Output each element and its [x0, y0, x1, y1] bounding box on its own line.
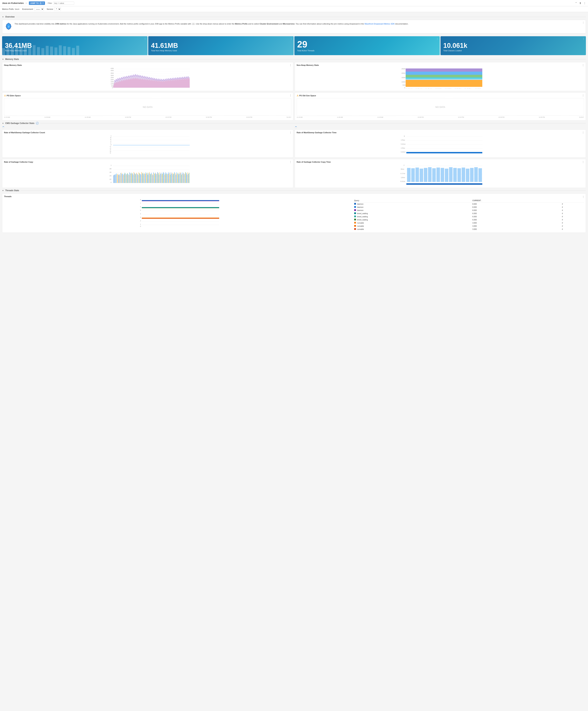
thread-color-dot — [354, 212, 356, 214]
environment-select[interactable]: —— — [34, 7, 44, 11]
svg-rect-231 — [189, 173, 189, 183]
current-header[interactable]: CURRENT ↓ — [471, 199, 561, 202]
svg-rect-259 — [445, 169, 448, 182]
ps-eden-chart: ⚠ PS Eden Space ⋮ NO DATA 11:15 AM 11:30… — [2, 92, 293, 121]
svg-rect-216 — [179, 174, 179, 183]
thread-query-name: runnable — [357, 225, 364, 227]
svg-rect-125 — [115, 175, 115, 183]
heap-chart-more[interactable]: ⋮ — [289, 64, 292, 67]
threads-chart-more[interactable]: ⋮ — [582, 195, 585, 198]
svg-text:.08: .08 — [109, 168, 111, 170]
svg-rect-193 — [162, 173, 163, 183]
jump-to-label: JUMP TO — [30, 2, 39, 4]
svg-rect-135 — [122, 174, 122, 183]
svg-rect-59 — [406, 80, 482, 87]
svg-text:126ns: 126ns — [401, 177, 405, 178]
table-row: daemon 8.000 # — [353, 202, 584, 206]
svg-text:80us: 80us — [401, 168, 404, 170]
share-icon[interactable]: ⬆ — [579, 2, 581, 4]
gc-label: CMS Garbage Collector Stats — [5, 122, 35, 125]
svg-rect-186 — [158, 172, 158, 183]
svg-rect-160 — [139, 173, 140, 183]
classes-more-icon[interactable]: ⋮ — [582, 38, 585, 40]
svg-rect-184 — [156, 174, 156, 183]
svg-rect-229 — [188, 172, 188, 183]
svg-rect-267 — [478, 168, 482, 182]
more-options-icon[interactable]: ⋮ — [584, 2, 586, 4]
stats-row: ⋮ 36.41MB Total Heap Memory Used — [2, 36, 586, 55]
star-icon[interactable]: ☆ — [25, 2, 27, 4]
heap-memory-chart: Heap Memory Stats ⋮ 43M 40M 35M 30M 25M … — [2, 62, 293, 91]
svg-rect-5 — [11, 47, 14, 55]
svg-rect-123 — [113, 175, 114, 183]
memory-chevron[interactable]: ▼ — [2, 58, 4, 60]
non-heap-chart-more[interactable]: ⋮ — [582, 64, 584, 67]
svg-text:6: 6 — [140, 206, 141, 208]
overview-section-header: ▼ Overview — [2, 16, 586, 18]
svg-rect-17 — [63, 46, 66, 55]
svg-rect-260 — [449, 167, 453, 182]
svg-rect-176 — [151, 174, 151, 183]
svg-text:.1: .1 — [110, 165, 112, 166]
svg-text:12:45 PM: 12:45 PM — [465, 88, 471, 89]
svg-text:-.6: -.6 — [109, 149, 111, 151]
svg-rect-18 — [68, 47, 70, 55]
svg-text:11:45 AM: 11:45 AM — [425, 88, 432, 89]
svg-rect-213 — [176, 172, 177, 183]
info-more-icon[interactable]: ⋮ — [582, 21, 584, 24]
nonheap-label: Total Non-Heap Memory Used — [151, 49, 177, 52]
marksweep-time-more[interactable]: ⋮ — [582, 131, 584, 134]
gc-copy-time-more[interactable]: ⋮ — [582, 160, 584, 163]
svg-rect-134 — [121, 173, 121, 183]
sdk-link[interactable]: Wavefront Dropwizard Metrics SDK — [364, 23, 395, 25]
heap-more-icon[interactable]: ⋮ — [144, 38, 146, 40]
threads-more-icon[interactable]: ⋮ — [436, 38, 438, 40]
gc-copy-more[interactable]: ⋮ — [289, 160, 292, 163]
svg-rect-144 — [128, 174, 129, 183]
gc-copy-time-svg: 2 80us 3.17us 126ns 5.01ns — [297, 165, 584, 186]
environment-label: Environment — [22, 8, 33, 10]
thread-current-value: 3.000 — [471, 228, 561, 231]
svg-text:150M: 150M — [402, 77, 405, 79]
service-select[interactable]: * — [54, 7, 61, 11]
svg-text:2: 2 — [404, 165, 404, 166]
stat-card-classes: ⋮ 10.061k Total Classes Loaded — [440, 36, 586, 55]
svg-rect-201 — [168, 173, 168, 183]
ps-eden-more[interactable]: ⋮ — [289, 94, 292, 97]
gc-chevron[interactable]: ▼ — [2, 122, 4, 124]
svg-rect-208 — [173, 174, 173, 183]
thread-color-dot — [354, 209, 356, 211]
svg-rect-214 — [177, 174, 178, 183]
svg-rect-263 — [462, 168, 465, 182]
table-row: daemon 8.000 # — [353, 209, 584, 212]
nonheap-value: 41.61MB — [151, 42, 178, 49]
svg-rect-145 — [129, 175, 129, 183]
nonheap-more-icon[interactable]: ⋮ — [290, 38, 292, 40]
threads-chevron[interactable]: ▼ — [2, 190, 4, 192]
svg-rect-128 — [117, 175, 117, 183]
overview-chevron[interactable]: ▼ — [2, 16, 4, 18]
expand-icon[interactable]: ⌃ — [575, 2, 577, 4]
ps-oldgen-more[interactable]: ⋮ — [582, 94, 584, 97]
svg-text:8: 8 — [140, 199, 141, 201]
table-row: runnable 3.000 # — [353, 221, 584, 224]
thread-hash-value: # — [561, 215, 584, 218]
svg-rect-187 — [158, 173, 159, 183]
jump-to-button[interactable]: JUMP TO i ▾ — [29, 1, 45, 5]
svg-rect-141 — [126, 175, 126, 183]
gc-copy-title: Rate of Garbage Collector Copy — [4, 161, 291, 163]
svg-rect-203 — [169, 173, 170, 183]
svg-rect-224 — [184, 174, 184, 183]
svg-rect-19 — [72, 48, 75, 55]
thread-hash-value: # — [561, 221, 584, 224]
info-box: ⋮ J This dashboard provides real-time vi… — [2, 20, 586, 34]
svg-text:2: 2 — [140, 220, 141, 222]
svg-text:.8: .8 — [110, 137, 111, 138]
filter-input[interactable] — [53, 2, 74, 5]
svg-text:5M: 5M — [111, 85, 114, 87]
svg-text:.4: .4 — [110, 140, 111, 142]
svg-rect-225 — [185, 173, 185, 183]
marksweep-count-more[interactable]: ⋮ — [289, 131, 292, 134]
thread-hash-value: # — [561, 206, 584, 209]
info-text-content: This dashboard provides real-time visibi… — [15, 22, 408, 25]
